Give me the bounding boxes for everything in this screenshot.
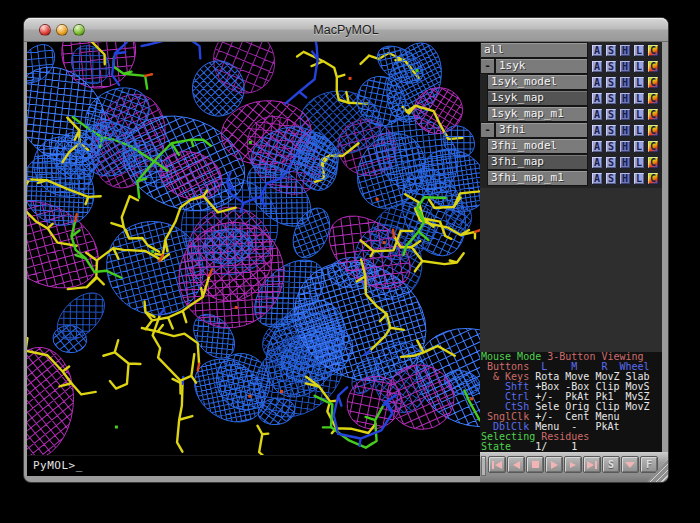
show-button[interactable]: S	[605, 172, 617, 185]
window-titlebar[interactable]: MacPyMOL	[24, 18, 668, 42]
hide-button[interactable]: H	[619, 92, 631, 105]
skip-start-icon	[492, 461, 494, 469]
object-name[interactable]: 3fhi	[496, 123, 587, 137]
show-button[interactable]: S	[605, 156, 617, 169]
row-buttons: ASHLC	[591, 139, 659, 153]
stop-icon	[532, 461, 539, 468]
action-button[interactable]: A	[591, 60, 603, 73]
window-title: MacPyMOL	[24, 18, 668, 42]
mouse-mode-panel[interactable]: Mouse Mode 3-Button Viewing Buttons L M …	[480, 352, 662, 452]
show-button[interactable]: S	[605, 76, 617, 89]
expander-toggle[interactable]: -	[481, 59, 494, 73]
row-buttons: ASHLC	[591, 107, 659, 121]
action-button[interactable]: A	[591, 92, 603, 105]
object-name[interactable]: 1syk	[496, 59, 587, 73]
stop-button[interactable]	[526, 456, 544, 473]
fullscreen-label: F	[646, 459, 652, 470]
object-name[interactable]: all	[481, 43, 587, 57]
action-button[interactable]: A	[591, 156, 603, 169]
step-forward-icon	[570, 462, 576, 468]
hide-button[interactable]: H	[619, 124, 631, 137]
fullscreen-button[interactable]: F	[640, 456, 658, 473]
hide-button[interactable]: H	[619, 60, 631, 73]
go-to-start-button[interactable]	[488, 456, 506, 473]
label-button[interactable]: L	[633, 44, 645, 57]
row-buttons: ASHLC	[591, 123, 659, 137]
object-row: -1sykASHLC	[480, 59, 662, 73]
step-back-button[interactable]	[507, 456, 525, 473]
label-button[interactable]: L	[633, 60, 645, 73]
color-button[interactable]: C	[647, 124, 659, 137]
macpymol-window: MacPyMOL PyMOL>_ allASHLC-1sykASHLC1syk_…	[24, 18, 668, 482]
action-button[interactable]: A	[591, 108, 603, 121]
object-name[interactable]: 3fhi_map	[488, 155, 587, 169]
mouse-panel-line: State 1/ 1	[481, 442, 662, 452]
row-buttons: ASHLC	[591, 75, 659, 89]
color-button[interactable]: C	[647, 156, 659, 169]
show-button[interactable]: S	[605, 44, 617, 57]
hide-button[interactable]: H	[619, 76, 631, 89]
color-button[interactable]: C	[647, 108, 659, 121]
show-button[interactable]: S	[605, 60, 617, 73]
step-back-icon	[513, 461, 520, 469]
action-button[interactable]: A	[591, 140, 603, 153]
play-button[interactable]	[545, 456, 563, 473]
object-name[interactable]: 1syk_map	[488, 91, 587, 105]
frame-menu-button[interactable]	[621, 456, 639, 473]
scene-button-button[interactable]: S	[602, 456, 620, 473]
object-name[interactable]: 3fhi_model	[488, 139, 587, 153]
action-button[interactable]: A	[591, 124, 603, 137]
row-buttons: ASHLC	[591, 155, 659, 169]
object-row: 1syk_mapASHLC	[480, 91, 662, 105]
prompt-text: PyMOL>_	[33, 459, 83, 472]
object-row: 3fhi_map_m1ASHLC	[480, 171, 662, 185]
expander-toggle[interactable]: -	[481, 123, 494, 137]
object-row: 1syk_map_m1ASHLC	[480, 107, 662, 121]
down-arrow-icon	[625, 462, 635, 468]
object-list: allASHLC-1sykASHLC1syk_modelASHLC1syk_ma…	[480, 42, 662, 188]
object-name[interactable]: 1syk_model	[488, 75, 587, 89]
object-row: 3fhi_mapASHLC	[480, 155, 662, 169]
skip-end-icon	[595, 461, 597, 469]
show-button[interactable]: S	[605, 108, 617, 121]
play-icon	[551, 461, 558, 469]
label-button[interactable]: L	[633, 172, 645, 185]
object-name[interactable]: 1syk_map_m1	[488, 107, 587, 121]
color-button[interactable]: C	[647, 172, 659, 185]
action-button[interactable]: A	[591, 76, 603, 89]
command-prompt[interactable]: PyMOL>_	[27, 455, 480, 476]
viewport-3d[interactable]	[27, 42, 480, 455]
label-button[interactable]: L	[633, 108, 645, 121]
hide-button[interactable]: H	[619, 108, 631, 121]
label-button[interactable]: L	[633, 92, 645, 105]
object-row: allASHLC	[480, 43, 662, 57]
label-button[interactable]: L	[633, 140, 645, 153]
color-button[interactable]: C	[647, 44, 659, 57]
label-button[interactable]: L	[633, 124, 645, 137]
show-button[interactable]: S	[605, 140, 617, 153]
object-row: 3fhi_modelASHLC	[480, 139, 662, 153]
scene-button-label: S	[608, 459, 614, 470]
hide-button[interactable]: H	[619, 172, 631, 185]
show-button[interactable]: S	[605, 92, 617, 105]
action-button[interactable]: A	[591, 172, 603, 185]
step-forward-button[interactable]	[564, 456, 582, 473]
color-button[interactable]: C	[647, 60, 659, 73]
label-button[interactable]: L	[633, 76, 645, 89]
skip-start-icon	[495, 461, 502, 469]
hide-button[interactable]: H	[619, 156, 631, 169]
object-name[interactable]: 3fhi_map_m1	[488, 171, 587, 185]
color-button[interactable]: C	[647, 92, 659, 105]
row-buttons: ASHLC	[591, 91, 659, 105]
go-to-end-button[interactable]	[583, 456, 601, 473]
label-button[interactable]: L	[633, 156, 645, 169]
hide-button[interactable]: H	[619, 44, 631, 57]
row-buttons: ASHLC	[591, 59, 659, 73]
color-button[interactable]: C	[647, 76, 659, 89]
action-button[interactable]: A	[591, 44, 603, 57]
mouse-panel-text: 1/ 1	[511, 441, 577, 452]
hide-button[interactable]: H	[619, 140, 631, 153]
desktop-background: MacPyMOL PyMOL>_ allASHLC-1sykASHLC1syk_…	[0, 0, 700, 523]
show-button[interactable]: S	[605, 124, 617, 137]
color-button[interactable]: C	[647, 140, 659, 153]
